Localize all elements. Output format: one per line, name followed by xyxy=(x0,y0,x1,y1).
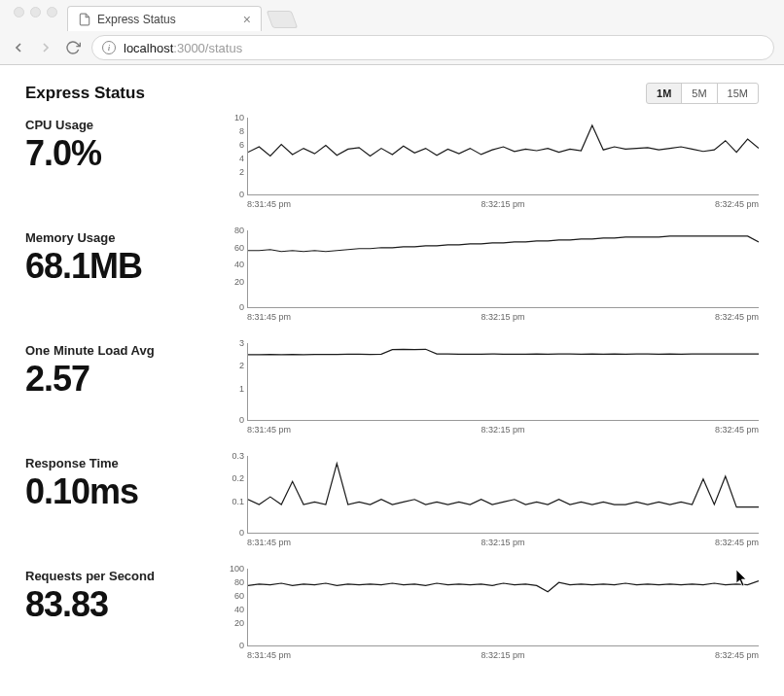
url-text: localhost:3000/status xyxy=(124,41,242,55)
x-tick-label: 8:31:45 pm xyxy=(247,312,291,322)
metric-row: Response Time0.10ms0.30.20.108:31:45 pm8… xyxy=(25,456,759,547)
y-tick-label: 3 xyxy=(221,339,244,348)
metric-title: One Minute Load Avg xyxy=(25,343,220,358)
forward-button[interactable] xyxy=(37,39,54,56)
time-range-group: 1M 5M 15M xyxy=(647,83,759,104)
x-tick-label: 8:32:15 pm xyxy=(481,312,524,322)
y-tick-label: 0 xyxy=(221,528,244,537)
tab-strip: Express Status × xyxy=(0,0,784,31)
x-tick-label: 8:32:15 pm xyxy=(481,650,524,660)
y-tick-label: 0.2 xyxy=(221,474,244,483)
x-tick-label: 8:32:45 pm xyxy=(715,312,759,322)
reload-button[interactable] xyxy=(64,39,82,56)
new-tab-button[interactable] xyxy=(267,11,299,28)
maximize-window-icon[interactable] xyxy=(47,7,57,17)
x-tick-label: 8:32:45 pm xyxy=(715,538,759,547)
x-tick-label: 8:32:45 pm xyxy=(715,425,759,435)
y-tick-label: 100 xyxy=(221,565,244,574)
address-bar[interactable]: i localhost:3000/status xyxy=(91,35,774,60)
window-controls xyxy=(8,7,67,25)
metric-value: 2.57 xyxy=(25,360,220,399)
chart: 0.30.20.108:31:45 pm8:32:15 pm8:32:45 pm xyxy=(220,456,759,547)
x-tick-label: 8:31:45 pm xyxy=(247,538,291,547)
page-title: Express Status xyxy=(25,84,145,103)
y-tick-label: 0 xyxy=(221,303,244,312)
back-button[interactable] xyxy=(10,39,27,56)
site-info-icon[interactable]: i xyxy=(102,41,116,54)
x-tick-label: 8:31:45 pm xyxy=(247,425,291,435)
metric-label-col: CPU Usage7.0% xyxy=(25,118,220,209)
metric-title: Memory Usage xyxy=(25,230,220,245)
metric-row: Requests per Second83.831008060402008:31… xyxy=(25,569,759,660)
range-1m-button[interactable]: 1M xyxy=(646,83,682,104)
metric-row: Memory Usage68.1MB8060402008:31:45 pm8:3… xyxy=(25,230,759,322)
y-tick-label: 2 xyxy=(221,362,244,370)
x-tick-label: 8:31:45 pm xyxy=(247,199,291,209)
metric-label-col: Response Time0.10ms xyxy=(25,456,220,547)
x-tick-label: 8:31:45 pm xyxy=(247,650,291,660)
browser-chrome: Express Status × i localhost:3000/status xyxy=(0,0,784,65)
y-tick-label: 6 xyxy=(221,141,244,150)
close-tab-icon[interactable]: × xyxy=(243,13,251,26)
chart: 8060402008:31:45 pm8:32:15 pm8:32:45 pm xyxy=(220,230,759,322)
chart: 10864208:31:45 pm8:32:15 pm8:32:45 pm xyxy=(220,118,759,209)
x-tick-label: 8:32:45 pm xyxy=(715,650,759,660)
y-tick-label: 0 xyxy=(221,191,244,199)
x-tick-label: 8:32:45 pm xyxy=(715,199,759,209)
y-tick-label: 20 xyxy=(221,277,244,286)
metric-row: One Minute Load Avg2.5732108:31:45 pm8:3… xyxy=(25,343,759,435)
range-15m-button[interactable]: 15M xyxy=(717,83,759,104)
y-tick-label: 1 xyxy=(221,384,244,393)
metric-title: Response Time xyxy=(25,456,220,470)
y-tick-label: 4 xyxy=(221,155,244,163)
x-tick-label: 8:32:15 pm xyxy=(481,425,524,435)
y-tick-label: 0 xyxy=(221,415,244,424)
metric-title: CPU Usage xyxy=(25,118,220,132)
browser-toolbar: i localhost:3000/status xyxy=(0,31,784,64)
y-tick-label: 8 xyxy=(221,127,244,136)
y-tick-label: 20 xyxy=(221,619,244,628)
metric-label-col: Requests per Second83.83 xyxy=(25,569,220,660)
y-tick-label: 0.1 xyxy=(221,497,244,505)
y-tick-label: 40 xyxy=(221,606,244,614)
x-tick-label: 8:32:15 pm xyxy=(481,199,524,209)
y-tick-label: 60 xyxy=(221,592,244,601)
close-window-icon[interactable] xyxy=(14,7,24,17)
page-header: Express Status 1M 5M 15M xyxy=(25,83,759,104)
tab-title: Express Status xyxy=(97,13,176,26)
y-tick-label: 10 xyxy=(221,114,244,122)
range-5m-button[interactable]: 5M xyxy=(681,83,717,104)
metric-label-col: Memory Usage68.1MB xyxy=(25,230,220,322)
browser-tab[interactable]: Express Status × xyxy=(67,6,262,31)
metric-value: 68.1MB xyxy=(25,247,220,286)
y-tick-label: 40 xyxy=(221,261,244,269)
chart: 1008060402008:31:45 pm8:32:15 pm8:32:45 … xyxy=(220,569,759,660)
metric-value: 0.10ms xyxy=(25,472,220,511)
y-tick-label: 80 xyxy=(221,226,244,235)
y-tick-label: 0 xyxy=(221,642,244,650)
y-tick-label: 0.3 xyxy=(221,452,244,461)
minimize-window-icon[interactable] xyxy=(30,7,41,17)
metric-value: 83.83 xyxy=(25,585,220,624)
page-content: Express Status 1M 5M 15M CPU Usage7.0%10… xyxy=(0,65,784,696)
y-tick-label: 2 xyxy=(221,168,244,177)
y-tick-label: 80 xyxy=(221,578,244,587)
page-icon xyxy=(78,13,91,26)
y-tick-label: 60 xyxy=(221,243,244,252)
metric-row: CPU Usage7.0%10864208:31:45 pm8:32:15 pm… xyxy=(25,118,759,209)
metric-value: 7.0% xyxy=(25,134,220,173)
metric-label-col: One Minute Load Avg2.57 xyxy=(25,343,220,435)
metric-title: Requests per Second xyxy=(25,569,220,583)
x-tick-label: 8:32:15 pm xyxy=(481,538,524,547)
chart: 32108:31:45 pm8:32:15 pm8:32:45 pm xyxy=(220,343,759,435)
cursor-icon xyxy=(735,570,749,587)
